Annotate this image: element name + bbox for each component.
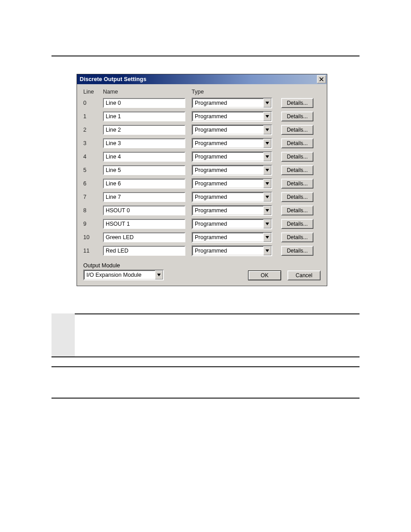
name-input[interactable] — [106, 127, 183, 133]
type-dropdown-button[interactable] — [263, 233, 271, 242]
type-dropdown-button[interactable] — [263, 179, 271, 188]
type-select[interactable]: Programmed — [192, 124, 272, 135]
name-input[interactable] — [106, 100, 183, 106]
line-number: 8 — [83, 207, 103, 214]
details-button[interactable]: Details... — [281, 152, 313, 162]
output-module-select[interactable]: I/O Expansion Module — [83, 270, 164, 280]
chevron-down-icon — [265, 129, 269, 131]
name-input[interactable] — [106, 140, 183, 146]
output-row: 3ProgrammedDetails... — [83, 138, 321, 149]
name-field[interactable] — [103, 206, 185, 215]
line-number: 1 — [83, 113, 103, 120]
name-field[interactable] — [103, 138, 185, 148]
name-field[interactable] — [103, 98, 185, 108]
type-dropdown-button[interactable] — [263, 246, 271, 255]
type-value: Programmed — [193, 246, 263, 255]
dialog-body: Line Name Type 0ProgrammedDetails...1Pro… — [77, 84, 327, 286]
line-number: 11 — [83, 248, 103, 254]
details-button[interactable]: Details... — [281, 165, 313, 175]
details-button[interactable]: Details... — [281, 98, 313, 108]
page-rule — [51, 398, 360, 399]
name-input[interactable] — [106, 113, 183, 120]
name-field[interactable] — [103, 125, 185, 135]
type-select[interactable]: Programmed — [192, 138, 272, 149]
type-select[interactable]: Programmed — [192, 165, 272, 176]
name-input[interactable] — [106, 248, 183, 254]
page-rule — [51, 366, 360, 367]
page-shade-block — [51, 313, 75, 356]
name-input[interactable] — [106, 180, 183, 187]
details-button[interactable]: Details... — [281, 112, 313, 121]
header-line: Line — [83, 89, 103, 95]
name-input[interactable] — [106, 221, 183, 227]
name-field[interactable] — [103, 219, 185, 229]
type-select[interactable]: Programmed — [192, 192, 272, 202]
details-button[interactable]: Details... — [281, 219, 313, 229]
type-dropdown-button[interactable] — [263, 112, 271, 121]
line-number: 6 — [83, 180, 103, 187]
titlebar[interactable]: Discrete Output Settings — [77, 74, 327, 84]
output-row: 1ProgrammedDetails... — [83, 111, 321, 122]
page-rule — [51, 56, 360, 56]
name-input[interactable] — [106, 167, 183, 173]
ok-button[interactable]: OK — [248, 270, 281, 280]
type-dropdown-button[interactable] — [263, 125, 271, 134]
type-dropdown-button[interactable] — [263, 193, 271, 202]
chevron-down-icon — [265, 169, 269, 172]
name-input[interactable] — [106, 194, 183, 200]
name-field[interactable] — [103, 192, 185, 202]
name-input[interactable] — [106, 154, 183, 160]
details-button[interactable]: Details... — [281, 138, 313, 148]
type-value: Programmed — [193, 152, 263, 161]
name-input[interactable] — [106, 207, 183, 214]
type-dropdown-button[interactable] — [263, 139, 271, 148]
type-select[interactable]: Programmed — [192, 245, 272, 256]
name-field[interactable] — [103, 152, 185, 162]
chevron-down-icon — [265, 182, 269, 185]
type-select[interactable]: Programmed — [192, 205, 272, 216]
type-select[interactable]: Programmed — [192, 178, 272, 189]
type-dropdown-button[interactable] — [263, 152, 271, 161]
chevron-down-icon — [265, 223, 269, 225]
line-number: 2 — [83, 127, 103, 133]
output-row: 5ProgrammedDetails... — [83, 165, 321, 176]
type-dropdown-button[interactable] — [263, 99, 271, 107]
output-module-dropdown-button[interactable] — [155, 270, 163, 279]
name-field[interactable] — [103, 246, 185, 256]
output-row: 0ProgrammedDetails... — [83, 98, 321, 108]
line-number: 10 — [83, 234, 103, 240]
name-field[interactable] — [103, 179, 185, 189]
type-value: Programmed — [193, 179, 263, 188]
details-button[interactable]: Details... — [281, 232, 313, 242]
name-field[interactable] — [103, 112, 185, 121]
output-row: 9ProgrammedDetails... — [83, 219, 321, 229]
type-value: Programmed — [193, 193, 263, 202]
name-input[interactable] — [106, 234, 183, 240]
type-select[interactable]: Programmed — [192, 151, 272, 162]
page-stage: Discrete Output Settings Line Name Type … — [0, 0, 411, 532]
type-select[interactable]: Programmed — [192, 219, 272, 229]
type-select[interactable]: Programmed — [192, 98, 272, 108]
chevron-down-icon — [157, 274, 161, 276]
type-dropdown-button[interactable] — [263, 206, 271, 215]
details-button[interactable]: Details... — [281, 192, 313, 202]
name-field[interactable] — [103, 165, 185, 175]
details-button[interactable]: Details... — [281, 206, 313, 215]
chevron-down-icon — [265, 196, 269, 198]
footer-buttons: OK Cancel — [248, 270, 321, 280]
type-select[interactable]: Programmed — [192, 232, 272, 243]
close-button[interactable] — [317, 75, 326, 83]
line-number: 3 — [83, 140, 103, 146]
details-button[interactable]: Details... — [281, 125, 313, 135]
details-button[interactable]: Details... — [281, 179, 313, 189]
details-button[interactable]: Details... — [281, 246, 313, 256]
output-row: 2ProgrammedDetails... — [83, 124, 321, 135]
line-number: 0 — [83, 100, 103, 106]
name-field[interactable] — [103, 232, 185, 242]
type-dropdown-button[interactable] — [263, 166, 271, 175]
output-row: 8ProgrammedDetails... — [83, 205, 321, 216]
header-type: Type — [192, 89, 272, 95]
type-select[interactable]: Programmed — [192, 111, 272, 122]
cancel-button[interactable]: Cancel — [287, 270, 321, 280]
type-dropdown-button[interactable] — [263, 219, 271, 228]
